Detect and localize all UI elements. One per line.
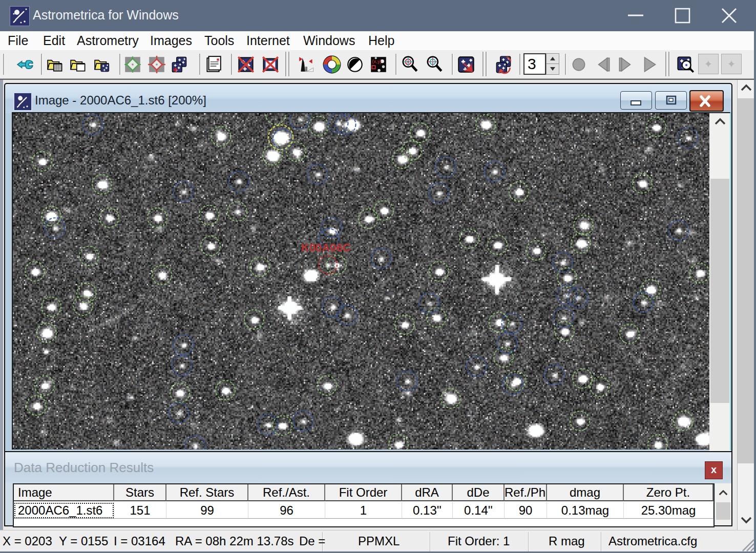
- svg-text:(x,y): (x,y): [372, 58, 381, 64]
